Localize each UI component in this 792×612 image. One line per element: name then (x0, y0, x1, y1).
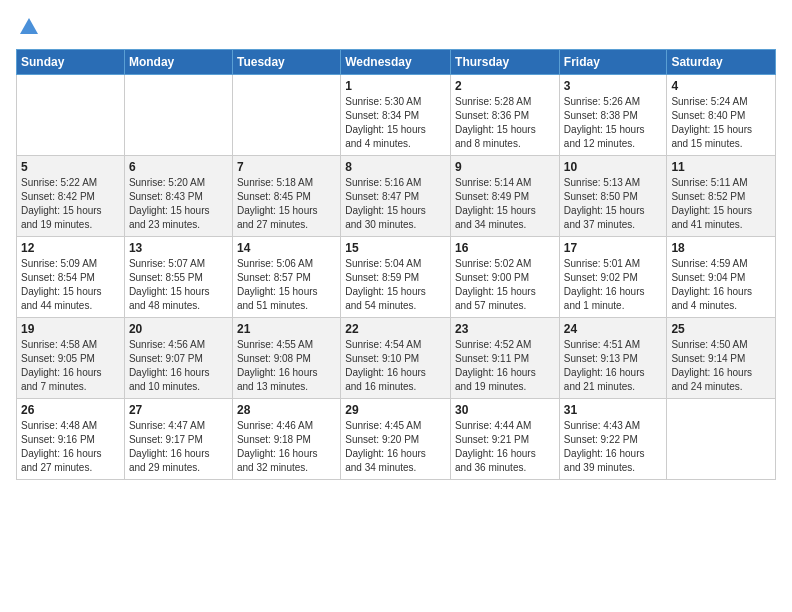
day-info: Sunrise: 4:44 AM Sunset: 9:21 PM Dayligh… (455, 419, 555, 475)
day-info: Sunrise: 5:16 AM Sunset: 8:47 PM Dayligh… (345, 176, 446, 232)
day-of-week-header: Saturday (667, 50, 776, 75)
calendar-day-cell: 14Sunrise: 5:06 AM Sunset: 8:57 PM Dayli… (232, 237, 340, 318)
page-header (16, 16, 776, 39)
day-info: Sunrise: 4:48 AM Sunset: 9:16 PM Dayligh… (21, 419, 120, 475)
day-number: 20 (129, 322, 228, 336)
calendar-day-cell: 30Sunrise: 4:44 AM Sunset: 9:21 PM Dayli… (451, 399, 560, 480)
day-info: Sunrise: 4:43 AM Sunset: 9:22 PM Dayligh… (564, 419, 663, 475)
day-number: 28 (237, 403, 336, 417)
day-number: 11 (671, 160, 771, 174)
day-info: Sunrise: 4:47 AM Sunset: 9:17 PM Dayligh… (129, 419, 228, 475)
day-info: Sunrise: 5:28 AM Sunset: 8:36 PM Dayligh… (455, 95, 555, 151)
calendar-day-cell: 6Sunrise: 5:20 AM Sunset: 8:43 PM Daylig… (124, 156, 232, 237)
day-info: Sunrise: 5:13 AM Sunset: 8:50 PM Dayligh… (564, 176, 663, 232)
day-of-week-header: Friday (559, 50, 667, 75)
calendar-day-cell: 28Sunrise: 4:46 AM Sunset: 9:18 PM Dayli… (232, 399, 340, 480)
calendar-day-cell: 24Sunrise: 4:51 AM Sunset: 9:13 PM Dayli… (559, 318, 667, 399)
day-of-week-header: Sunday (17, 50, 125, 75)
calendar-day-cell: 23Sunrise: 4:52 AM Sunset: 9:11 PM Dayli… (451, 318, 560, 399)
day-info: Sunrise: 5:02 AM Sunset: 9:00 PM Dayligh… (455, 257, 555, 313)
day-number: 24 (564, 322, 663, 336)
day-info: Sunrise: 4:58 AM Sunset: 9:05 PM Dayligh… (21, 338, 120, 394)
calendar-day-cell: 13Sunrise: 5:07 AM Sunset: 8:55 PM Dayli… (124, 237, 232, 318)
day-number: 31 (564, 403, 663, 417)
calendar-table: SundayMondayTuesdayWednesdayThursdayFrid… (16, 49, 776, 480)
day-info: Sunrise: 4:51 AM Sunset: 9:13 PM Dayligh… (564, 338, 663, 394)
day-number: 22 (345, 322, 446, 336)
day-info: Sunrise: 5:18 AM Sunset: 8:45 PM Dayligh… (237, 176, 336, 232)
calendar-day-cell: 8Sunrise: 5:16 AM Sunset: 8:47 PM Daylig… (341, 156, 451, 237)
day-number: 3 (564, 79, 663, 93)
calendar-day-cell: 16Sunrise: 5:02 AM Sunset: 9:00 PM Dayli… (451, 237, 560, 318)
day-number: 23 (455, 322, 555, 336)
day-number: 26 (21, 403, 120, 417)
calendar-week-row: 26Sunrise: 4:48 AM Sunset: 9:16 PM Dayli… (17, 399, 776, 480)
day-info: Sunrise: 5:26 AM Sunset: 8:38 PM Dayligh… (564, 95, 663, 151)
logo-icon (18, 16, 40, 38)
calendar-day-cell: 3Sunrise: 5:26 AM Sunset: 8:38 PM Daylig… (559, 75, 667, 156)
day-number: 17 (564, 241, 663, 255)
day-info: Sunrise: 4:55 AM Sunset: 9:08 PM Dayligh… (237, 338, 336, 394)
calendar-day-cell (124, 75, 232, 156)
calendar-day-cell: 21Sunrise: 4:55 AM Sunset: 9:08 PM Dayli… (232, 318, 340, 399)
day-info: Sunrise: 5:14 AM Sunset: 8:49 PM Dayligh… (455, 176, 555, 232)
day-of-week-header: Wednesday (341, 50, 451, 75)
calendar-day-cell: 7Sunrise: 5:18 AM Sunset: 8:45 PM Daylig… (232, 156, 340, 237)
day-number: 25 (671, 322, 771, 336)
calendar-day-cell: 12Sunrise: 5:09 AM Sunset: 8:54 PM Dayli… (17, 237, 125, 318)
day-info: Sunrise: 4:52 AM Sunset: 9:11 PM Dayligh… (455, 338, 555, 394)
calendar-day-cell: 11Sunrise: 5:11 AM Sunset: 8:52 PM Dayli… (667, 156, 776, 237)
logo (16, 16, 40, 39)
calendar-day-cell: 10Sunrise: 5:13 AM Sunset: 8:50 PM Dayli… (559, 156, 667, 237)
calendar-day-cell: 2Sunrise: 5:28 AM Sunset: 8:36 PM Daylig… (451, 75, 560, 156)
day-number: 14 (237, 241, 336, 255)
calendar-day-cell: 4Sunrise: 5:24 AM Sunset: 8:40 PM Daylig… (667, 75, 776, 156)
day-number: 8 (345, 160, 446, 174)
day-of-week-header: Monday (124, 50, 232, 75)
calendar-day-cell: 5Sunrise: 5:22 AM Sunset: 8:42 PM Daylig… (17, 156, 125, 237)
calendar-week-row: 1Sunrise: 5:30 AM Sunset: 8:34 PM Daylig… (17, 75, 776, 156)
day-number: 10 (564, 160, 663, 174)
calendar-week-row: 12Sunrise: 5:09 AM Sunset: 8:54 PM Dayli… (17, 237, 776, 318)
calendar-day-cell: 19Sunrise: 4:58 AM Sunset: 9:05 PM Dayli… (17, 318, 125, 399)
day-number: 16 (455, 241, 555, 255)
day-info: Sunrise: 4:50 AM Sunset: 9:14 PM Dayligh… (671, 338, 771, 394)
calendar-header-row: SundayMondayTuesdayWednesdayThursdayFrid… (17, 50, 776, 75)
day-number: 12 (21, 241, 120, 255)
day-number: 9 (455, 160, 555, 174)
day-number: 13 (129, 241, 228, 255)
calendar-day-cell: 26Sunrise: 4:48 AM Sunset: 9:16 PM Dayli… (17, 399, 125, 480)
day-info: Sunrise: 5:20 AM Sunset: 8:43 PM Dayligh… (129, 176, 228, 232)
day-number: 4 (671, 79, 771, 93)
day-info: Sunrise: 5:09 AM Sunset: 8:54 PM Dayligh… (21, 257, 120, 313)
day-info: Sunrise: 5:06 AM Sunset: 8:57 PM Dayligh… (237, 257, 336, 313)
calendar-day-cell: 18Sunrise: 4:59 AM Sunset: 9:04 PM Dayli… (667, 237, 776, 318)
calendar-day-cell: 1Sunrise: 5:30 AM Sunset: 8:34 PM Daylig… (341, 75, 451, 156)
day-info: Sunrise: 5:30 AM Sunset: 8:34 PM Dayligh… (345, 95, 446, 151)
day-number: 15 (345, 241, 446, 255)
day-number: 2 (455, 79, 555, 93)
day-number: 21 (237, 322, 336, 336)
day-info: Sunrise: 5:24 AM Sunset: 8:40 PM Dayligh… (671, 95, 771, 151)
calendar-day-cell (17, 75, 125, 156)
calendar-week-row: 5Sunrise: 5:22 AM Sunset: 8:42 PM Daylig… (17, 156, 776, 237)
calendar-day-cell: 22Sunrise: 4:54 AM Sunset: 9:10 PM Dayli… (341, 318, 451, 399)
calendar-day-cell: 9Sunrise: 5:14 AM Sunset: 8:49 PM Daylig… (451, 156, 560, 237)
day-info: Sunrise: 5:11 AM Sunset: 8:52 PM Dayligh… (671, 176, 771, 232)
calendar-day-cell: 20Sunrise: 4:56 AM Sunset: 9:07 PM Dayli… (124, 318, 232, 399)
calendar-day-cell: 31Sunrise: 4:43 AM Sunset: 9:22 PM Dayli… (559, 399, 667, 480)
day-number: 19 (21, 322, 120, 336)
day-number: 5 (21, 160, 120, 174)
calendar-day-cell: 17Sunrise: 5:01 AM Sunset: 9:02 PM Dayli… (559, 237, 667, 318)
calendar-day-cell (667, 399, 776, 480)
calendar-day-cell: 27Sunrise: 4:47 AM Sunset: 9:17 PM Dayli… (124, 399, 232, 480)
calendar-week-row: 19Sunrise: 4:58 AM Sunset: 9:05 PM Dayli… (17, 318, 776, 399)
day-info: Sunrise: 5:01 AM Sunset: 9:02 PM Dayligh… (564, 257, 663, 313)
day-number: 7 (237, 160, 336, 174)
day-info: Sunrise: 4:45 AM Sunset: 9:20 PM Dayligh… (345, 419, 446, 475)
day-number: 27 (129, 403, 228, 417)
day-info: Sunrise: 4:54 AM Sunset: 9:10 PM Dayligh… (345, 338, 446, 394)
day-of-week-header: Thursday (451, 50, 560, 75)
day-info: Sunrise: 4:56 AM Sunset: 9:07 PM Dayligh… (129, 338, 228, 394)
day-info: Sunrise: 5:07 AM Sunset: 8:55 PM Dayligh… (129, 257, 228, 313)
